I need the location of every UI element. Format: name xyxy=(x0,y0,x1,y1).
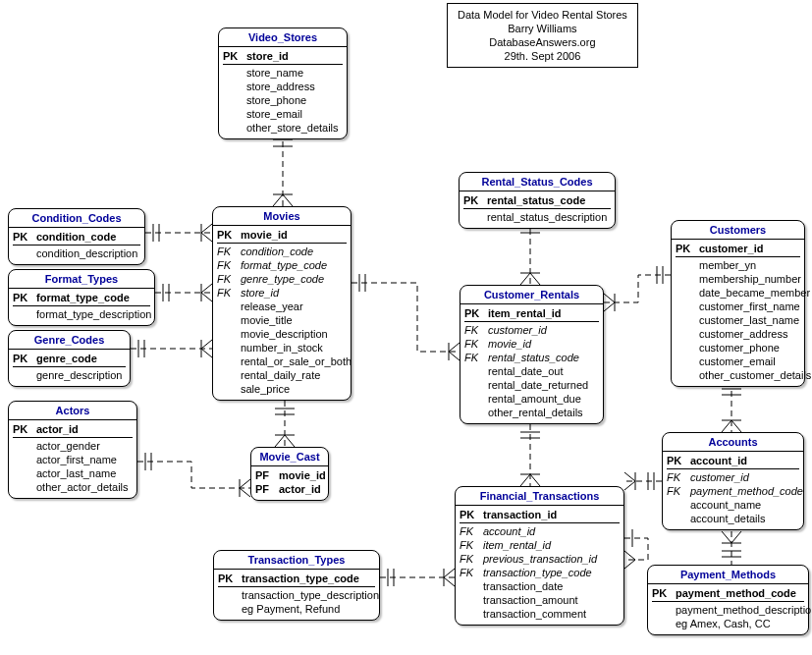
entity-body: PKaccount_idFKcustomer_idFKpayment_metho… xyxy=(663,452,803,529)
field-name: rental_status_code xyxy=(488,351,579,364)
field-row: transaction_date xyxy=(460,579,620,593)
field-row: actor_first_name xyxy=(13,453,133,466)
field-key xyxy=(13,368,36,382)
field-key: FK xyxy=(217,272,241,286)
entity-body: PKtransaction_type_codetransaction_type_… xyxy=(214,570,379,620)
entity-customers: CustomersPKcustomer_idmember_ynmembershi… xyxy=(671,220,805,387)
field-name: account_id xyxy=(690,454,747,467)
field-row: PKmovie_id xyxy=(217,228,347,242)
field-key: PK xyxy=(463,193,487,207)
field-row: other_actor_details xyxy=(13,480,133,494)
field-row: rental_amount_due xyxy=(464,392,599,406)
entity-body: PKtransaction_idFKaccount_idFKitem_renta… xyxy=(456,506,623,625)
meta-line: Data Model for Video Rental Stores xyxy=(458,8,627,22)
field-row: genre_description xyxy=(13,368,126,382)
field-row: number_in_stock xyxy=(217,341,347,355)
field-name: other_customer_details xyxy=(699,368,811,382)
entity-title: Condition_Codes xyxy=(9,209,144,228)
field-name: genre_code xyxy=(36,352,97,365)
field-key xyxy=(652,603,676,617)
field-row: PFactor_id xyxy=(255,482,324,496)
field-row: PKactor_id xyxy=(13,422,133,436)
field-row: FKcondition_code xyxy=(217,245,347,258)
field-row: FKrental_status_code xyxy=(464,351,599,364)
field-key xyxy=(223,107,246,121)
entity-body: PKrental_status_coderental_status_descri… xyxy=(460,191,615,228)
field-key xyxy=(676,258,699,272)
field-name: store_id xyxy=(246,49,289,63)
field-key: PK xyxy=(13,230,36,244)
field-row: transaction_comment xyxy=(460,607,620,621)
field-name: rental_daily_rate xyxy=(241,368,320,382)
field-key xyxy=(667,512,690,525)
meta-line: 29th. Sept 2006 xyxy=(458,49,627,63)
field-key: FK xyxy=(464,323,488,337)
field-row: movie_title xyxy=(217,313,347,327)
field-name: condition_description xyxy=(36,246,137,260)
field-row: eg Payment, Refund xyxy=(218,602,375,616)
field-key: FK xyxy=(217,245,241,258)
field-row: actor_gender xyxy=(13,439,133,453)
field-key xyxy=(464,378,488,392)
field-name: number_in_stock xyxy=(241,341,323,355)
field-row: rental_date_returned xyxy=(464,378,599,392)
field-name: format_type_description xyxy=(36,307,151,321)
field-row: payment_method_description xyxy=(652,603,804,617)
field-key xyxy=(217,382,241,396)
field-row: PKpayment_method_code xyxy=(652,586,804,600)
field-name: account_details xyxy=(690,512,765,525)
field-name: sale_price xyxy=(241,382,290,396)
field-name: format_type_code xyxy=(241,258,327,272)
field-row: rental_or_sale_or_both xyxy=(217,355,347,368)
field-name: store_name xyxy=(246,66,303,80)
field-key: PK xyxy=(13,352,36,365)
field-key xyxy=(223,66,246,80)
field-name: actor_first_name xyxy=(36,453,117,466)
field-key: FK xyxy=(217,258,241,272)
field-row: date_became_member xyxy=(676,286,800,300)
field-name: previous_transaction_id xyxy=(483,552,597,566)
field-key xyxy=(223,93,246,107)
field-name: transaction_id xyxy=(483,508,557,521)
field-name: rental_date_out xyxy=(488,364,563,378)
field-key: FK xyxy=(667,470,690,484)
field-name: item_rental_id xyxy=(483,538,551,552)
field-key xyxy=(218,588,242,602)
field-key xyxy=(13,480,36,494)
field-row: PKtransaction_type_code xyxy=(218,572,375,585)
field-row: store_address xyxy=(223,80,343,93)
field-name: date_became_member xyxy=(699,286,810,300)
entity-rental-status-codes: Rental_Status_CodesPKrental_status_coder… xyxy=(459,172,616,229)
field-key: PK xyxy=(13,291,36,304)
field-key xyxy=(676,286,699,300)
field-row: customer_first_name xyxy=(676,300,800,313)
field-name: eg Payment, Refund xyxy=(242,602,340,616)
field-row: transaction_amount xyxy=(460,593,620,607)
entity-body: PKgenre_codegenre_description xyxy=(9,350,130,386)
field-row: PKformat_type_code xyxy=(13,291,150,304)
field-row: PKrental_status_code xyxy=(463,193,611,207)
field-name: actor_gender xyxy=(36,439,100,453)
field-name: payment_method_code xyxy=(690,484,803,498)
field-row: store_email xyxy=(223,107,343,121)
field-name: payment_method_description xyxy=(676,603,812,617)
field-row: FKprevious_transaction_id xyxy=(460,552,620,566)
entity-body: PKformat_type_codeformat_type_descriptio… xyxy=(9,289,154,325)
field-key xyxy=(217,327,241,341)
meta-box: Data Model for Video Rental Stores Barry… xyxy=(447,3,638,68)
field-key xyxy=(652,617,676,630)
field-key xyxy=(223,121,246,135)
field-row: customer_phone xyxy=(676,341,800,355)
field-name: actor_last_name xyxy=(36,466,116,480)
field-row: FKgenre_type_code xyxy=(217,272,347,286)
field-row: FKitem_rental_id xyxy=(460,538,620,552)
field-key: FK xyxy=(460,524,483,538)
entity-actors: ActorsPKactor_idactor_genderactor_first_… xyxy=(8,401,137,499)
field-key xyxy=(676,327,699,341)
entity-title: Payment_Methods xyxy=(648,566,808,584)
field-row: account_details xyxy=(667,512,799,525)
field-key xyxy=(13,246,36,260)
field-name: transaction_amount xyxy=(483,593,578,607)
field-key xyxy=(217,313,241,327)
field-name: actor_id xyxy=(279,482,321,496)
